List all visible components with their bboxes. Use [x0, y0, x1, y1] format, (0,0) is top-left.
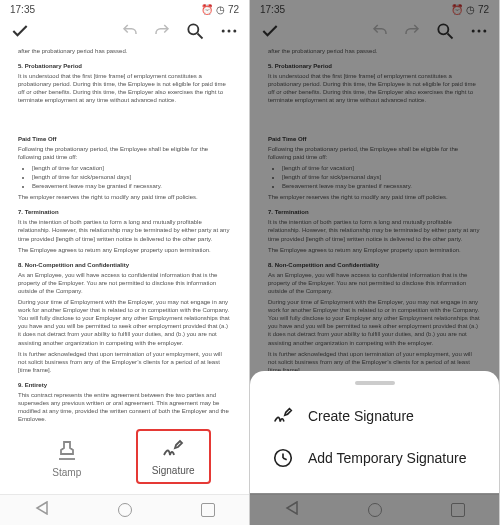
create-signature-item[interactable]: Create Signature: [250, 395, 499, 437]
section-8-title: 8. Non-Competition and Confidentiality: [18, 261, 231, 269]
battery-icon: 72: [228, 4, 239, 15]
screen-left: 17:35 ⏰ ◷ 72 after the probationary peri…: [0, 0, 250, 525]
section-5-body: It is understood that the first [time fr…: [18, 72, 231, 104]
sheet-grabber[interactable]: [355, 381, 395, 385]
nav-bar: [0, 494, 249, 525]
document-body: after the probationary period has passed…: [0, 47, 249, 421]
svg-marker-6: [37, 502, 47, 514]
pto-list: [length of time for vacation] [length of…: [32, 164, 231, 190]
list-item: Bereavement leave may be granted if nece…: [32, 182, 231, 190]
section-9-p1: This contract represents the entire agre…: [18, 391, 231, 421]
intro-text: after the probationary period has passed…: [18, 47, 231, 55]
list-item: [length of time for sick/personal days]: [32, 173, 231, 181]
search-icon[interactable]: [185, 21, 205, 41]
undo-icon[interactable]: [121, 22, 139, 40]
section-7-p2: The Employee agrees to return any Employ…: [18, 246, 231, 254]
svg-point-0: [188, 24, 198, 34]
section-8-p2: During your time of Employment with the …: [18, 298, 231, 347]
nav-recent[interactable]: [201, 503, 215, 517]
pto-tail: The employer reserves the right to modif…: [18, 193, 231, 201]
signature-label: Signature: [152, 465, 195, 476]
svg-line-15: [283, 458, 287, 460]
svg-point-4: [233, 30, 236, 33]
svg-point-3: [228, 30, 231, 33]
status-right: ⏰ ◷ 72: [201, 4, 239, 15]
pto-lead: Following the probationary period, the E…: [18, 145, 231, 161]
clock-icon: ◷: [216, 4, 225, 15]
more-icon[interactable]: [219, 21, 239, 41]
section-9-title: 9. Entirety: [18, 381, 231, 389]
stamp-label: Stamp: [52, 467, 81, 478]
stamp-tool[interactable]: Stamp: [38, 433, 95, 484]
section-7-p1: It is the intention of both parties to f…: [18, 218, 231, 242]
add-temp-signature-label: Add Temporary Signature: [308, 450, 467, 466]
list-item: [length of time for vacation]: [32, 164, 231, 172]
svg-line-1: [198, 34, 203, 39]
section-8-p3: It is further acknowledged that upon ter…: [18, 350, 231, 374]
bottom-tools: Stamp Signature: [0, 421, 249, 494]
screen-right: 17:35 ⏰ ◷ 72 after the probationary peri…: [250, 0, 500, 525]
section-8-p1: As an Employee, you will have access to …: [18, 271, 231, 295]
pto-title: Paid Time Off: [18, 135, 231, 143]
status-bar: 17:35 ⏰ ◷ 72: [0, 0, 249, 17]
section-7-title: 7. Termination: [18, 208, 231, 216]
signature-tool[interactable]: Signature: [136, 429, 211, 484]
signature-sheet: Create Signature Add Temporary Signature: [250, 371, 499, 493]
toolbar: [0, 17, 249, 47]
nav-back[interactable]: [35, 501, 49, 519]
alarm-icon: ⏰: [201, 4, 213, 15]
redo-icon[interactable]: [153, 22, 171, 40]
nav-home[interactable]: [118, 503, 132, 517]
add-temp-signature-item[interactable]: Add Temporary Signature: [250, 437, 499, 479]
svg-point-2: [222, 30, 225, 33]
status-time: 17:35: [10, 4, 35, 15]
create-signature-label: Create Signature: [308, 408, 414, 424]
done-icon[interactable]: [10, 21, 30, 41]
section-5-title: 5. Probationary Period: [18, 62, 231, 70]
